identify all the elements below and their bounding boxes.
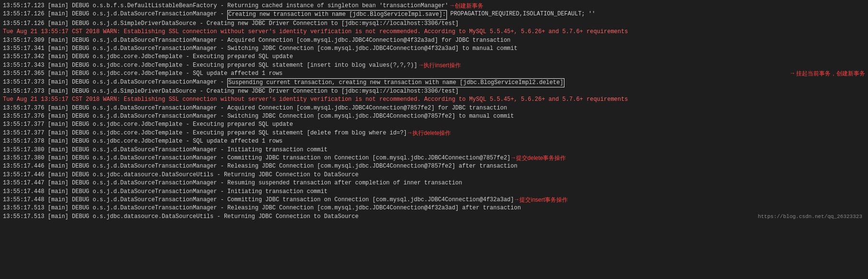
log-line: 13:55:17.448 [main] DEBUG o.s.j.d.DataSo… bbox=[3, 188, 865, 196]
log-line: 13:55:17.123 [main] DEBUG o.s.b.f.s.Defa… bbox=[3, 2, 865, 10]
log-line: 13:55:17.513 [main] DEBUG o.s.j.d.DataSo… bbox=[3, 204, 865, 212]
log-line: 13:55:17.513 [main] DEBUG o.s.jdbc.datas… bbox=[3, 213, 865, 221]
annotation-execute-delete: 执行delete操作 bbox=[412, 129, 451, 137]
log-line: 13:55:17.380 [main] DEBUG o.s.j.d.DataSo… bbox=[3, 154, 865, 162]
log-line-warn: Tue Aug 21 13:55:17 CST 2018 WARN: Estab… bbox=[3, 96, 865, 104]
log-line: 13:55:17.309 [main] DEBUG o.s.j.d.DataSo… bbox=[3, 36, 865, 45]
log-container: 13:55:17.123 [main] DEBUG o.s.b.f.s.Defa… bbox=[0, 0, 868, 223]
log-line-warn: Tue Aug 21 13:55:17 CST 2018 WARN: Estab… bbox=[3, 28, 865, 36]
log-line: 13:55:17.373 [main] DEBUG o.s.j.d.DataSo… bbox=[3, 78, 865, 87]
log-line: 13:55:17.343 [main] DEBUG o.s.jdbc.core.… bbox=[3, 61, 865, 70]
log-line: 13:55:17.365 [main] DEBUG o.s.jdbc.core.… bbox=[3, 70, 865, 78]
log-line: 13:55:17.341 [main] DEBUG o.s.j.d.DataSo… bbox=[3, 45, 865, 53]
annotation-commit-delete: 提交delete事务操作 bbox=[516, 154, 566, 162]
log-line: 13:55:17.378 [main] DEBUG o.s.jdbc.core.… bbox=[3, 137, 865, 146]
annotation-suspend-create: 挂起当前事务，创建新事务 bbox=[796, 70, 865, 78]
log-line: 13:55:17.126 [main] DEBUG o.s.j.d.Simple… bbox=[3, 20, 865, 28]
highlight-box-save: Creating new transaction with name [jdbc… bbox=[227, 10, 447, 19]
annotation-commit-insert: 提交insert事务操作 bbox=[519, 196, 568, 204]
log-line: 13:55:17.447 [main] DEBUG o.s.j.d.DataSo… bbox=[3, 179, 865, 187]
log-line: 13:55:17.380 [main] DEBUG o.s.j.d.DataSo… bbox=[3, 146, 865, 154]
log-line: 13:55:17.376 [main] DEBUG o.s.j.d.DataSo… bbox=[3, 104, 865, 112]
url-label: https://blog.csdn.net/qq_26323323 bbox=[758, 213, 862, 221]
log-line: 13:55:17.448 [main] DEBUG o.s.j.d.DataSo… bbox=[3, 196, 865, 204]
annotation-execute-insert: 执行insert操作 bbox=[423, 61, 460, 70]
log-line: 13:55:17.126 [main] DEBUG o.s.j.d.DataSo… bbox=[3, 10, 865, 19]
log-line: 13:55:17.342 [main] DEBUG o.s.jdbc.core.… bbox=[3, 53, 865, 61]
annotation-create-new-tx: 创建新事务 bbox=[455, 2, 483, 10]
log-line: 13:55:17.377 [main] DEBUG o.s.jdbc.core.… bbox=[3, 121, 865, 129]
highlight-box-delete: Suspending current transaction, creating… bbox=[227, 78, 564, 87]
log-line: 13:55:17.446 [main] DEBUG o.s.j.d.DataSo… bbox=[3, 162, 865, 170]
log-line: 13:55:17.446 [main] DEBUG o.s.jdbc.datas… bbox=[3, 171, 865, 179]
log-line: 13:55:17.373 [main] DEBUG o.s.j.d.Simple… bbox=[3, 87, 865, 96]
log-line: 13:55:17.376 [main] DEBUG o.s.j.d.DataSo… bbox=[3, 112, 865, 121]
log-line: 13:55:17.377 [main] DEBUG o.s.jdbc.core.… bbox=[3, 129, 865, 137]
